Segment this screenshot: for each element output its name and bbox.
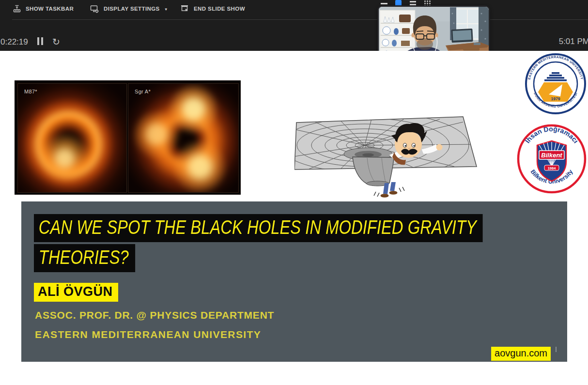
taskbar-icon [13,4,21,13]
pause-icon [41,37,43,45]
chrome-divider [12,19,588,20]
website-badge: aovgun.com [491,347,551,361]
end-slide-show-label: END SLIDE SHOW [194,6,245,12]
author-role: ASSOC. PROF. DR. @ PHYSICS DEPARTMENT [35,309,274,321]
end-slide-show-button[interactable]: END SLIDE SHOW [180,0,245,17]
m87-image: M87* [17,83,127,193]
strip-view-icon[interactable] [410,1,416,5]
restart-icon: ↻ [52,37,60,47]
author-name: ALİ ÖVGÜN [34,283,118,302]
presenter-chrome-bar: SHOW TASKBAR DISPLAY SETTINGS ▼ [0,0,588,51]
sgra-label: Sgr A* [135,89,151,94]
slide-title: CAN WE SPOT THE BLACK HOLES IN MODIFIED … [34,214,483,274]
pause-timer-button[interactable] [37,37,45,47]
pause-icon [37,37,39,45]
clock: 5:01 PM [559,37,588,46]
display-settings-button[interactable]: DISPLAY SETTINGS ▼ [90,0,168,17]
caret-down-icon: ▼ [164,7,168,12]
minimize-video-icon[interactable] [381,3,387,4]
emu-year: 1979 [551,96,560,101]
display-settings-icon [90,4,99,14]
emu-logo: EASTERN MEDITERRANEAN UNIVERSITY DOĞU AK… [525,52,588,118]
restart-timer-button[interactable]: ↻ [52,36,60,47]
gravity-well-cartoon [294,110,488,200]
slide-title-line2: THEORIES? [34,244,135,272]
text-cursor-mark [556,347,557,352]
sgra-image: Sgr A* [128,83,239,193]
presentation-screen: SHOW TASKBAR DISPLAY SETTINGS ▼ [0,0,588,385]
m87-label: M87* [24,89,37,94]
title-panel: CAN WE SPOT THE BLACK HOLES IN MODIFIED … [21,201,567,362]
slide-title-line1: CAN WE SPOT THE BLACK HOLES IN MODIFIED … [34,214,483,242]
slideshow-timer: 0:22:19 [0,37,28,47]
bilkent-logo: İhsan Doğramacı Bilkent University Bilke… [516,123,587,194]
author-affiliation: EASTERN MEDITERRANEAN UNIVERSITY [35,329,261,340]
end-slideshow-icon [180,4,189,13]
slide-canvas[interactable]: M87* Sgr A* [0,51,588,385]
sgra-ring-glow [128,83,239,193]
bilkent-year: 1984 [548,166,557,170]
show-taskbar-button[interactable]: SHOW TASKBAR [13,0,74,17]
m87-ring-glow [17,83,127,193]
eht-blackhole-figure: M87* Sgr A* [15,80,241,195]
show-taskbar-label: SHOW TASKBAR [26,6,74,12]
display-settings-label: DISPLAY SETTINGS [104,6,160,12]
bilkent-shield-label: Bilkent [541,152,562,159]
